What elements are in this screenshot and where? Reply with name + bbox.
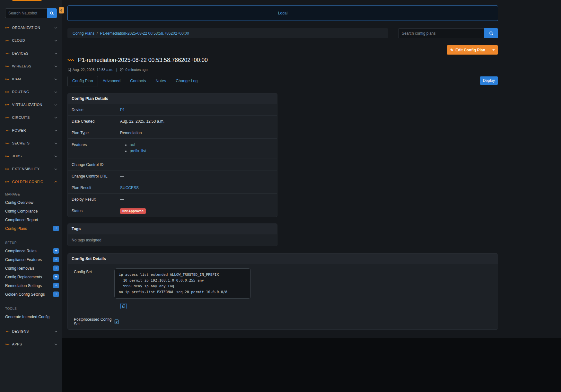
add-golden-config-setting-button[interactable]: +: [53, 292, 59, 297]
tab-change-log[interactable]: Change Log: [171, 76, 202, 86]
triple-chevron-icon: >>>: [5, 180, 9, 183]
banner-local-link[interactable]: Local: [278, 11, 288, 15]
table-row-status: Status Not Approved: [68, 205, 277, 217]
sidebar-item-compliance-report[interactable]: Compliance Report: [0, 215, 62, 224]
config-compliance-link[interactable]: Config Compliance: [5, 209, 59, 213]
nav-label: WIRELESS: [12, 64, 55, 68]
nav-label: CLOUD: [12, 39, 55, 42]
row-label: Postprocessed Config Set: [68, 317, 114, 326]
sidebar-item-remediation-settings[interactable]: Remediation Settings +: [0, 281, 62, 290]
sidebar-item-devices[interactable]: >>> DEVICES: [0, 47, 62, 60]
remediation-settings-link[interactable]: Remediation Settings: [5, 283, 53, 288]
triple-chevron-icon: >>>: [5, 65, 9, 68]
nav-label: EXTENSIBILITY: [12, 167, 55, 171]
add-config-removal-button[interactable]: +: [53, 266, 59, 271]
golden-config-settings-link[interactable]: Golden Config Settings: [5, 292, 53, 297]
plan-result-link[interactable]: SUCCESS: [120, 186, 139, 190]
feature-prefix-list-link[interactable]: prefix_list: [130, 149, 146, 153]
copy-config-button[interactable]: [120, 303, 127, 309]
table-row-features: Features acl prefix_list: [68, 139, 277, 159]
table-row-deploy-result: Deploy Result —: [68, 194, 277, 205]
breadcrumb-current-link[interactable]: P1-remediation-2025-08-22 00:53:58.78620…: [100, 31, 189, 36]
chevron-down-icon: [55, 141, 57, 144]
config-plan-details-panel: Config Plan Details Device P1 Date Creat…: [67, 93, 277, 217]
add-remediation-setting-button[interactable]: +: [53, 283, 59, 288]
config-plans-link[interactable]: Config Plans: [5, 226, 53, 231]
sidebar-item-routing[interactable]: >>> ROUTING: [0, 85, 62, 98]
sidebar-item-compliance-features[interactable]: Compliance Features +: [0, 255, 62, 264]
triple-chevron-icon: >>>: [5, 26, 9, 29]
sidebar-item-extensibility[interactable]: >>> EXTENSIBILITY: [0, 162, 62, 175]
sidebar-item-golden-config-settings[interactable]: Golden Config Settings +: [0, 290, 62, 299]
chevron-down-icon: [55, 90, 57, 92]
nav-label: JOBS: [12, 154, 55, 158]
add-compliance-rule-button[interactable]: +: [53, 248, 59, 254]
compliance-rules-link[interactable]: Compliance Rules: [5, 249, 53, 253]
sidebar-item-config-replacements[interactable]: Config Replacements +: [0, 273, 62, 281]
triple-chevron-icon: >>>: [5, 343, 9, 346]
list-item: acl: [130, 142, 146, 148]
sidebar-item-jobs[interactable]: >>> JOBS: [0, 150, 62, 162]
sidebar-collapse-button[interactable]: [59, 7, 64, 13]
sidebar-item-config-overview[interactable]: Config Overview: [0, 198, 62, 207]
edit-dropdown-toggle[interactable]: [489, 45, 498, 55]
tab-notes[interactable]: Notes: [151, 76, 171, 86]
tab-contacts[interactable]: Contacts: [125, 76, 151, 86]
breadcrumb-config-plans-link[interactable]: Config Plans: [73, 31, 94, 36]
sidebar-heading-manage: MANAGE: [0, 188, 62, 198]
device-link[interactable]: P1: [120, 108, 125, 112]
sidebar-item-circuits[interactable]: >>> CIRCUITS: [0, 111, 62, 124]
compliance-report-link[interactable]: Compliance Report: [5, 218, 59, 222]
chevron-down-icon: [492, 49, 495, 51]
add-config-plan-button[interactable]: +: [53, 226, 59, 231]
sidebar-item-cloud[interactable]: >>> CLOUD: [0, 34, 62, 47]
triple-chevron-icon: >>>: [5, 91, 9, 93]
sidebar-item-config-plans[interactable]: Config Plans +: [0, 224, 62, 233]
table-row-change-control-url: Change Control URL —: [68, 170, 277, 182]
sidebar-item-apps[interactable]: >>> APPS: [0, 338, 62, 351]
sidebar-search-input[interactable]: [5, 8, 47, 18]
chevron-down-icon: [55, 26, 57, 28]
detail-tabs: Config Plan Advanced Contacts Notes Chan…: [67, 76, 202, 86]
view-postprocessed-config-button[interactable]: [114, 319, 119, 324]
change-control-url-value: —: [120, 174, 124, 179]
sidebar-item-ipam[interactable]: >>> IPAM: [0, 73, 62, 85]
sidebar-item-organization[interactable]: >>> ORGANIZATION: [0, 21, 62, 34]
tab-config-plan[interactable]: Config Plan: [67, 76, 98, 86]
sidebar-item-secrets[interactable]: >>> SECRETS: [0, 137, 62, 150]
config-overview-link[interactable]: Config Overview: [5, 200, 59, 205]
table-row-postprocessed-config-set: Postprocessed Config Set: [68, 314, 260, 329]
sidebar-item-config-compliance[interactable]: Config Compliance: [0, 207, 62, 215]
config-set-code: ip access-list extended ALLOW_TRUSTED_IN…: [114, 268, 251, 299]
features-list: acl prefix_list: [130, 142, 146, 154]
row-label: Change Control ID: [68, 162, 120, 167]
environment-banner: Local: [67, 5, 498, 21]
sidebar-item-designs[interactable]: >>> DESIGNS: [0, 325, 62, 338]
sidebar-item-compliance-rules[interactable]: Compliance Rules +: [0, 247, 62, 255]
add-config-replacement-button[interactable]: +: [53, 274, 59, 280]
edit-config-plan-button[interactable]: ✎ Edit Config Plan: [447, 45, 498, 55]
sidebar-item-power[interactable]: >>> POWER: [0, 124, 62, 137]
main-content: Local Config Plans / P1-remediation-2025…: [62, 0, 561, 338]
sidebar-item-config-removals[interactable]: Config Removals +: [0, 264, 62, 273]
object-meta: Aug. 22, 2025, 12:53 a.m. | 0 minutes ag…: [67, 68, 498, 72]
sidebar-item-golden-config[interactable]: >>> GOLDEN CONFIG: [0, 175, 62, 188]
compliance-features-link[interactable]: Compliance Features: [5, 257, 53, 262]
config-plans-search-button[interactable]: [484, 28, 498, 38]
sidebar-search-button[interactable]: [47, 8, 57, 18]
row-label: Plan Result: [68, 186, 120, 190]
config-plans-search-input[interactable]: [398, 28, 484, 38]
generate-intended-config-link[interactable]: Generate Intended Config: [5, 315, 59, 319]
sidebar-item-wireless[interactable]: >>> WIRELESS: [0, 60, 62, 73]
config-removals-link[interactable]: Config Removals: [5, 266, 53, 271]
sidebar-item-generate-intended-config[interactable]: Generate Intended Config: [0, 312, 62, 321]
config-replacements-link[interactable]: Config Replacements: [5, 275, 53, 279]
nautobot-logo[interactable]: >>> NAUTOBOT: [0, 0, 62, 3]
chevron-down-icon: [55, 39, 57, 41]
feature-acl-link[interactable]: acl: [130, 143, 135, 147]
chevron-left-icon: [60, 9, 63, 12]
sidebar-item-virtualization[interactable]: >>> VIRTUALIZATION: [0, 98, 62, 111]
add-compliance-feature-button[interactable]: +: [53, 257, 59, 262]
deploy-button[interactable]: Deploy: [480, 76, 498, 85]
tab-advanced[interactable]: Advanced: [98, 76, 126, 86]
